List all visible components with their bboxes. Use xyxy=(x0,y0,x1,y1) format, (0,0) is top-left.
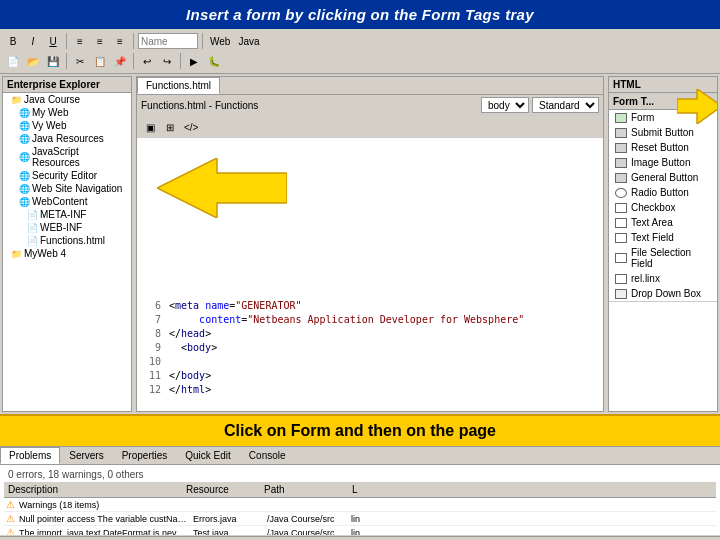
tree-label: WebContent xyxy=(32,196,87,207)
tree-item[interactable]: 🌐My Web xyxy=(3,106,131,119)
view-design[interactable]: ▣ xyxy=(141,118,159,136)
tree-item[interactable]: 🌐Vy Web xyxy=(3,119,131,132)
item-icon xyxy=(615,143,627,153)
form-panel-item[interactable]: Reset Button xyxy=(609,140,717,155)
tree-item[interactable]: 📄Functions.html xyxy=(3,234,131,247)
toolbar-btn-save[interactable]: 💾 xyxy=(44,52,62,70)
separator-2 xyxy=(133,33,134,49)
tree-item[interactable]: 📁MyWeb 4 xyxy=(3,247,131,260)
toolbar-btn-u[interactable]: U xyxy=(44,32,62,50)
col-header-res: Resource xyxy=(186,484,256,495)
main-title: Insert a form by clicking on the Form Ta… xyxy=(186,6,534,23)
tree-label: My Web xyxy=(32,107,69,118)
item-icon xyxy=(615,188,627,198)
code-line-11: 11 </body> xyxy=(141,369,599,383)
toolbar-btn-cut[interactable]: ✂ xyxy=(71,52,89,70)
form-tags-label: Form T... xyxy=(613,96,654,107)
item-icon xyxy=(615,253,627,263)
separator-6 xyxy=(180,53,181,69)
editor-area[interactable]: 6 <meta name="GENERATOR" 7 content="Netb… xyxy=(137,138,603,411)
form-tags-section: Form T... FormSubmit ButtonReset ButtonI… xyxy=(609,94,717,302)
body-select[interactable]: body xyxy=(481,97,529,113)
tree-item[interactable]: 📁Java Course xyxy=(3,93,131,106)
tab-console[interactable]: Console xyxy=(240,447,295,464)
standard-select[interactable]: Standard xyxy=(532,97,599,113)
form-panel-item[interactable]: Checkbox xyxy=(609,200,717,215)
tree-item[interactable]: 🌐Java Resources xyxy=(3,132,131,145)
tree-item[interactable]: 📄META-INF xyxy=(3,208,131,221)
toolbar-btn-copy[interactable]: 📋 xyxy=(91,52,109,70)
col-header-ln: L xyxy=(352,484,372,495)
name-input[interactable] xyxy=(138,33,198,49)
form-panel-item[interactable]: Text Area xyxy=(609,215,717,230)
toolbar-btn-paste[interactable]: 📌 xyxy=(111,52,129,70)
item-label: Text Area xyxy=(631,217,673,228)
item-label: Text Field xyxy=(631,232,674,243)
tree-item[interactable]: 🌐Security Editor xyxy=(3,169,131,182)
toolbar-row-1: B I U ≡ ≡ ≡ Web Java xyxy=(4,31,716,51)
form-panel-item[interactable]: General Button xyxy=(609,170,717,185)
form-panel-item[interactable]: Drop Down Box xyxy=(609,286,717,301)
form-panel-item[interactable]: Radio Button xyxy=(609,185,717,200)
tab-quickedit[interactable]: Quick Edit xyxy=(176,447,240,464)
toolbar-btn-align-c[interactable]: ≡ xyxy=(91,32,109,50)
code-editor[interactable]: 6 <meta name="GENERATOR" 7 content="Netb… xyxy=(137,295,603,401)
item-label: Submit Button xyxy=(631,127,694,138)
item-label: General Button xyxy=(631,172,698,183)
view-source[interactable]: </> xyxy=(181,118,201,136)
web-button[interactable]: Web xyxy=(207,32,233,50)
form-panel-item[interactable]: File Selection Field xyxy=(609,245,717,271)
toolbar-btn-run[interactable]: ▶ xyxy=(185,52,203,70)
tab-problems[interactable]: Problems xyxy=(0,447,60,464)
tree-item[interactable]: 📄WEB-INF xyxy=(3,221,131,234)
separator-4 xyxy=(66,53,67,69)
tree-item[interactable]: 🌐JavaScript Resources xyxy=(3,145,131,169)
title-bar: Insert a form by clicking on the Form Ta… xyxy=(0,0,720,29)
java-button[interactable]: Java xyxy=(235,32,262,50)
item-label: Drop Down Box xyxy=(631,288,701,299)
tab-servers[interactable]: Servers xyxy=(60,447,112,464)
row-line: lin xyxy=(351,528,371,536)
tab-properties[interactable]: Properties xyxy=(113,447,177,464)
toolbar-btn-i[interactable]: I xyxy=(24,32,42,50)
tree-label: WEB-INF xyxy=(40,222,82,233)
form-panel-item[interactable]: Text Field xyxy=(609,230,717,245)
toolbar-btn-redo[interactable]: ↪ xyxy=(158,52,176,70)
item-icon xyxy=(615,128,627,138)
form-tags-title[interactable]: Form T... xyxy=(609,94,717,110)
code-line-9: 9 <body> xyxy=(141,341,599,355)
toolbar-btn-new[interactable]: 📄 xyxy=(4,52,22,70)
tree-item[interactable]: 🌐WebContent xyxy=(3,195,131,208)
group-label: Warnings (18 items) xyxy=(19,500,99,510)
row-desc: Null pointer access The variable custNam… xyxy=(19,514,189,524)
left-panel-title: Enterprise Explorer xyxy=(3,77,131,93)
toolbar-btn-debug[interactable]: 🐛 xyxy=(205,52,223,70)
tree-label: Web Site Navigation xyxy=(32,183,122,194)
console-tabs: Problems Servers Properties Quick Edit C… xyxy=(0,447,720,465)
tree-container: 📁Java Course🌐My Web🌐Vy Web🌐Java Resource… xyxy=(3,93,131,260)
center-panel: Functions.html Functions.html - Function… xyxy=(136,76,604,412)
toolbar-btn-b[interactable]: B xyxy=(4,32,22,50)
view-split[interactable]: ⊞ xyxy=(161,118,179,136)
tree-label: Vy Web xyxy=(32,120,66,131)
form-panel-item[interactable]: rel.linx xyxy=(609,271,717,286)
console-row: ⚠ The import_java.text.DateFormat is nev… xyxy=(4,526,716,535)
toolbar-btn-align-l[interactable]: ≡ xyxy=(71,32,89,50)
toolbar-area: B I U ≡ ≡ ≡ Web Java 📄 📂 💾 ✂ 📋 📌 ↩ ↪ ▶ 🐛 xyxy=(0,29,720,74)
form-panel-item[interactable]: Image Button xyxy=(609,155,717,170)
functions-tab[interactable]: Functions.html xyxy=(137,77,220,94)
tree-icon: 📄 xyxy=(27,236,38,246)
console-group-row: ⚠ Warnings (18 items) xyxy=(4,498,716,512)
item-label: Image Button xyxy=(631,157,690,168)
col-header-desc: Description xyxy=(8,484,178,495)
tree-label: Java Course xyxy=(24,94,80,105)
form-panel-item[interactable]: Submit Button xyxy=(609,125,717,140)
toolbar-btn-undo[interactable]: ↩ xyxy=(138,52,156,70)
tree-icon: 🌐 xyxy=(19,152,30,162)
toolbar-btn-align-r[interactable]: ≡ xyxy=(111,32,129,50)
tree-item[interactable]: 🌐Web Site Navigation xyxy=(3,182,131,195)
toolbar-btn-open[interactable]: 📂 xyxy=(24,52,42,70)
tree-label: META-INF xyxy=(40,209,86,220)
toolbar-row-2: 📄 📂 💾 ✂ 📋 📌 ↩ ↪ ▶ 🐛 xyxy=(4,51,716,71)
separator-3 xyxy=(202,33,203,49)
